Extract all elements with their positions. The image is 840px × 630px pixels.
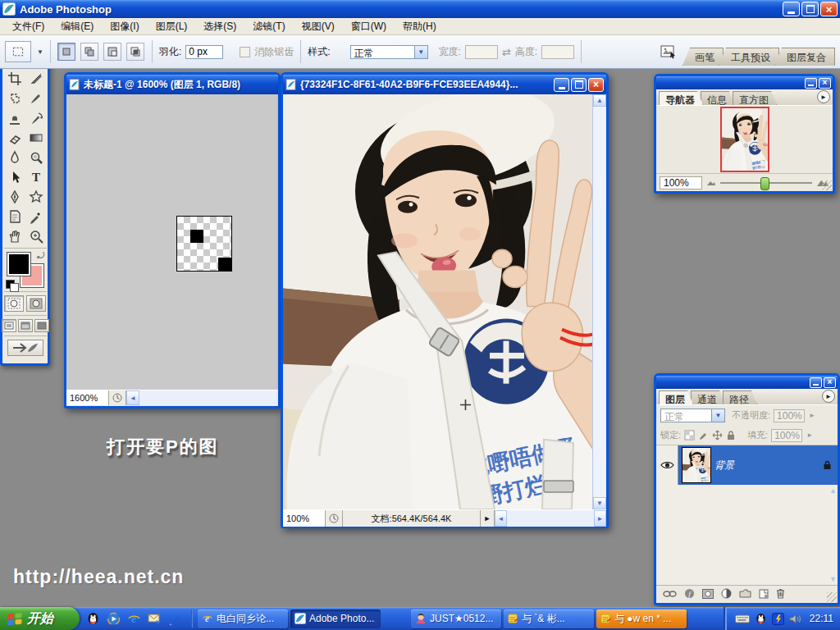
link-layers-icon[interactable]	[663, 590, 677, 598]
doc1-hscroll-left-arrow[interactable]: ◄	[126, 390, 139, 405]
doc2-zoom-field[interactable]: 100%	[283, 510, 326, 527]
doc2-titlebar[interactable]: {73324F1C-8F61-40A2-B9F6-FCE93EEA4944}..…	[283, 75, 606, 94]
ie-quicklaunch-icon[interactable]: e	[127, 612, 141, 626]
document-window-untitled[interactable]: 未标题-1 @ 1600% (图层 1, RGB/8) 1600% ◄	[64, 72, 281, 409]
fill-spinner-icon[interactable]: ►	[806, 431, 813, 439]
doc2-hscroll-left-arrow[interactable]: ◄	[495, 510, 507, 527]
media-player-quicklaunch-icon[interactable]	[107, 612, 121, 626]
tab-info[interactable]: 信息	[701, 91, 735, 105]
navigator-zoom-field[interactable]: 100%	[660, 176, 702, 189]
standard-mode-button[interactable]	[4, 295, 24, 312]
layers-resize-grip[interactable]	[827, 592, 837, 602]
tool-custom-shape[interactable]	[25, 187, 47, 207]
combo-arrow-icon[interactable]: ▼	[414, 45, 428, 59]
taskbar-item-qq-chat-just[interactable]: JUST★0512...	[411, 609, 501, 628]
layer-thumbnail-wrap[interactable]	[678, 445, 714, 485]
transparent-canvas[interactable]	[176, 216, 232, 272]
app-minimize-button[interactable]	[783, 2, 800, 16]
well-tab-brushes[interactable]: 画笔	[682, 48, 724, 66]
tool-clone-stamp[interactable]	[4, 108, 25, 128]
layers-minimize-button[interactable]	[810, 377, 822, 388]
app-restore-button[interactable]	[801, 2, 819, 16]
doc2-vscroll-up-arrow[interactable]: ▲	[593, 94, 606, 107]
qq-quicklaunch-icon[interactable]	[86, 612, 100, 626]
menu-edit[interactable]: 编辑(E)	[52, 18, 102, 35]
adjustment-layer-icon[interactable]	[721, 588, 732, 599]
tool-preset-dropdown-icon[interactable]: ▼	[37, 48, 43, 56]
slider-thumb[interactable]	[760, 177, 769, 190]
selection-mode-subtract-button[interactable]	[103, 43, 121, 61]
doc1-titlebar[interactable]: 未标题-1 @ 1600% (图层 1, RGB/8)	[66, 75, 278, 94]
tool-crop[interactable]	[4, 69, 25, 89]
navigator-menu-button[interactable]: ►	[817, 90, 830, 103]
delete-layer-icon[interactable]	[776, 588, 785, 599]
pen-quicklaunch-icon[interactable]	[168, 612, 182, 626]
selection-mode-new-button[interactable]	[57, 43, 75, 61]
fill-value[interactable]: 100%	[771, 429, 802, 442]
antialias-checkbox[interactable]	[240, 47, 250, 57]
fullscreen-mode-button[interactable]	[34, 319, 49, 332]
tool-path-selection[interactable]	[4, 167, 25, 187]
foreground-color-swatch[interactable]	[7, 253, 30, 276]
layer-mask-icon[interactable]	[702, 589, 714, 599]
doc2-timing-icon[interactable]	[326, 510, 343, 527]
taskbar-item-forum[interactable]: e 电白同乡论...	[198, 609, 288, 628]
tool-notes[interactable]	[4, 207, 25, 226]
layers-scroll-up-arrow[interactable]: ▲	[829, 486, 837, 495]
document-window-photo[interactable]: {73324F1C-8F61-40A2-B9F6-FCE93EEA4944}..…	[281, 72, 609, 528]
width-input[interactable]	[465, 45, 498, 59]
jump-to-imageready-button[interactable]	[7, 340, 43, 356]
menu-select[interactable]: 选择(S)	[195, 18, 244, 35]
qq-tray-icon[interactable]	[755, 613, 767, 625]
doc1-zoom-field[interactable]: 1600%	[66, 390, 109, 405]
menu-file[interactable]: 文件(F)	[4, 18, 52, 35]
taskbar-item-photoshop[interactable]: Adobe Photo...	[290, 609, 381, 628]
new-group-icon[interactable]	[739, 589, 751, 598]
lock-transparency-icon[interactable]	[684, 430, 695, 441]
tool-patch[interactable]	[4, 89, 25, 108]
layers-scroll-down-arrow[interactable]: ▼	[829, 575, 837, 583]
layer-row-background[interactable]: 背景	[656, 445, 838, 485]
selection-mode-intersect-button[interactable]	[126, 43, 144, 61]
doc1-hscroll-track[interactable]	[139, 390, 278, 405]
well-tab-layer-comps[interactable]: 图层复合	[774, 48, 835, 66]
standard-screen-mode-button[interactable]	[2, 319, 16, 332]
layer-visibility-toggle[interactable]	[656, 445, 678, 485]
doc2-hscroll-right-arrow[interactable]: ►	[594, 510, 606, 527]
doc2-maximize-button[interactable]	[571, 78, 587, 92]
volume-tray-icon[interactable]	[789, 614, 801, 624]
lock-position-icon[interactable]	[712, 430, 723, 441]
zoom-out-mountain-icon[interactable]	[706, 179, 716, 186]
tab-layers[interactable]: 图层	[659, 390, 693, 404]
tab-channels[interactable]: 通道	[691, 390, 725, 404]
tool-type[interactable]: T	[25, 167, 47, 187]
tab-histogram[interactable]: 直方图	[733, 91, 777, 105]
well-tab-tool-presets[interactable]: 工具预设	[719, 48, 779, 66]
mail-quicklaunch-icon[interactable]	[148, 613, 162, 624]
navigator-zoom-slider[interactable]	[720, 177, 812, 189]
menu-view[interactable]: 视图(V)	[294, 18, 343, 35]
new-layer-icon[interactable]	[759, 589, 769, 599]
tool-hand[interactable]	[4, 226, 25, 246]
lock-all-icon[interactable]	[726, 430, 736, 441]
feather-input[interactable]	[185, 45, 223, 59]
keyboard-tray-icon[interactable]	[735, 614, 750, 623]
doc2-hscroll-track[interactable]	[507, 510, 594, 527]
doc1-timing-icon[interactable]	[109, 390, 126, 405]
doc2-close-button[interactable]: ×	[588, 78, 604, 92]
menu-filter[interactable]: 滤镜(T)	[244, 18, 293, 35]
tool-zoom[interactable]	[25, 226, 47, 246]
swap-colors-icon[interactable]: ⤾	[37, 250, 44, 261]
style-combobox[interactable]: 正常 ▼	[350, 45, 428, 59]
blend-mode-combobox[interactable]: 正常 ▼	[660, 409, 725, 422]
opacity-value[interactable]: 100%	[774, 409, 805, 422]
clock[interactable]: 22:11	[810, 613, 833, 624]
tool-history-brush[interactable]	[25, 108, 47, 128]
taskbar-item-qq-chat-1[interactable]: 与 ˋ& 彬...	[504, 609, 594, 628]
layers-menu-button[interactable]: ►	[822, 390, 835, 403]
app-close-button[interactable]: ×	[820, 2, 838, 16]
selection-mode-add-button[interactable]	[80, 43, 98, 61]
layers-palette[interactable]: × 图层 通道 路径 ► 正常 ▼ 不透明度: 100% ► 锁定: 填充: 1…	[654, 373, 840, 605]
navigator-resize-grip[interactable]	[822, 180, 832, 190]
tab-paths[interactable]: 路径	[723, 390, 757, 404]
